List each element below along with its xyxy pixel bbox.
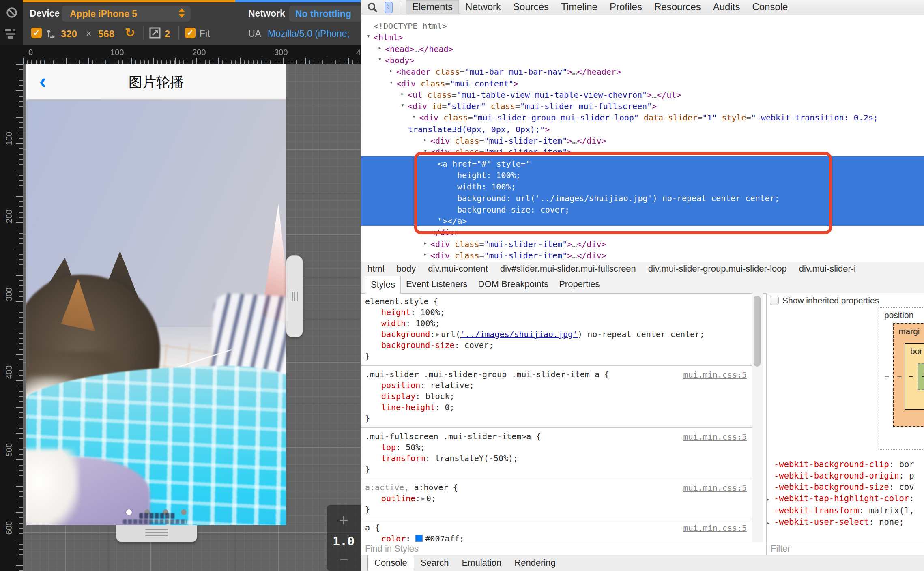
- device-select[interactable]: Apple iPhone 5: [62, 6, 191, 22]
- dom-tree-line[interactable]: ▾<div class="mui-slider-group mui-slider…: [361, 113, 924, 124]
- dimensions-checkbox[interactable]: ✓: [31, 28, 42, 38]
- css-property[interactable]: outline:▶0;: [365, 493, 752, 504]
- dom-tree-line[interactable]: ▾<div id="slider" class="mui-slider mui-…: [361, 101, 924, 113]
- css-property[interactable]: height: 100%;: [365, 307, 752, 318]
- expand-arrow-icon[interactable]: ▸: [423, 136, 427, 143]
- computed-property[interactable]: ▸-webkit-tap-highlight-color:: [767, 493, 924, 505]
- swap-dimensions-icon[interactable]: ↻: [125, 26, 135, 40]
- styles-tab-event-listeners[interactable]: Event Listeners: [401, 276, 473, 293]
- expand-arrow-icon[interactable]: ▸: [423, 239, 427, 247]
- fit-checkbox[interactable]: ✓: [185, 28, 196, 38]
- devtools-tab-network[interactable]: Network: [459, 0, 507, 14]
- collapse-arrow-icon[interactable]: ▾: [389, 79, 393, 86]
- dom-tree-line[interactable]: <!DOCTYPE html>: [361, 21, 924, 32]
- viewport-resize-handle-bottom[interactable]: [116, 525, 197, 542]
- box-model-padding[interactable]: p −: [918, 363, 924, 390]
- dom-tree-line[interactable]: ▾<body>: [361, 56, 924, 67]
- devtools-tab-audits[interactable]: Audits: [707, 0, 746, 14]
- carousel-image[interactable]: [26, 100, 286, 525]
- computed-property[interactable]: -webkit-background-origin: p: [767, 470, 924, 481]
- computed-property[interactable]: -webkit-transform: matrix(1,: [767, 505, 924, 516]
- devtools-tab-console[interactable]: Console: [746, 0, 794, 14]
- drawer-tab-console[interactable]: Console: [367, 555, 414, 571]
- dom-tree-line[interactable]: ▾<html>: [361, 32, 924, 44]
- breadcrumb-item[interactable]: div.mui-slider-group.mui-slider-loop: [648, 262, 787, 276]
- devtools-tab-sources[interactable]: Sources: [507, 0, 555, 14]
- dom-tree-line[interactable]: ▸<div class="mui-slider-item">…</div>: [361, 251, 924, 262]
- css-property[interactable]: line-height: 0;: [365, 402, 752, 413]
- expand-arrow-icon[interactable]: ▸: [767, 494, 774, 505]
- box-model-margin[interactable]: margi − bor − p −: [893, 323, 924, 427]
- scale-field[interactable]: 2: [165, 28, 170, 40]
- scrollbar-thumb[interactable]: [754, 296, 761, 367]
- padding-left-value[interactable]: −: [922, 371, 924, 381]
- breadcrumb-item[interactable]: div#slider.mui-slider.mui-fullscreen: [500, 262, 636, 276]
- orientation-icon[interactable]: [45, 27, 58, 40]
- stylesheet-source-link[interactable]: mui.min.css:5: [683, 483, 747, 493]
- collapse-arrow-icon[interactable]: ▾: [412, 113, 416, 120]
- dom-tree-line[interactable]: ▸<div class="mui-slider-item">…</div>: [361, 136, 924, 147]
- rule-selector[interactable]: element.style {: [365, 296, 752, 307]
- collapse-arrow-icon[interactable]: ▾: [367, 32, 370, 40]
- carousel-dot-active[interactable]: [126, 509, 132, 515]
- styles-tab-properties[interactable]: Properties: [554, 276, 605, 293]
- drawer-tab-emulation[interactable]: Emulation: [455, 555, 508, 571]
- css-property[interactable]: width: 100%;: [365, 318, 752, 329]
- drawer-tab-rendering[interactable]: Rendering: [508, 555, 562, 571]
- styles-scrollbar[interactable]: [752, 293, 763, 542]
- css-property[interactable]: background-size: cover;: [365, 340, 752, 351]
- computed-property[interactable]: ▸-webkit-user-select: none;: [767, 516, 924, 528]
- device-scale-icon[interactable]: [149, 27, 161, 39]
- computed-property[interactable]: -webkit-background-size: cov: [767, 481, 924, 493]
- drawer-tab-search[interactable]: Search: [414, 555, 456, 571]
- zoom-out-button[interactable]: −: [327, 552, 361, 568]
- zoom-in-button[interactable]: +: [327, 512, 361, 528]
- dom-tree-line[interactable]: ▸<head>…</head>: [361, 44, 924, 56]
- ua-value[interactable]: Mozilla/5.0 (iPhone;: [268, 28, 350, 39]
- border-left-value[interactable]: −: [908, 371, 913, 381]
- stylesheet-source-link[interactable]: mui.min.css:5: [683, 523, 747, 533]
- margin-left-value[interactable]: −: [897, 372, 902, 382]
- position-left-value[interactable]: −: [884, 372, 889, 382]
- height-field[interactable]: 568: [98, 28, 114, 40]
- devtools-tab-elements[interactable]: Elements: [406, 0, 459, 14]
- expand-arrow-icon[interactable]: ▸: [401, 90, 404, 97]
- css-property[interactable]: transform: translateY(-50%);: [365, 453, 752, 464]
- expand-arrow-icon[interactable]: ▸: [389, 67, 393, 74]
- dom-tree-line[interactable]: translate3d(0px, 0px, 0px);">: [361, 125, 924, 136]
- breadcrumb-item[interactable]: body: [397, 262, 416, 276]
- styles-tab-dom-breakpoints[interactable]: DOM Breakpoints: [473, 276, 554, 293]
- expand-arrow-icon[interactable]: ▸: [378, 44, 382, 52]
- css-property[interactable]: color: #007aff;: [365, 533, 752, 542]
- stylesheet-source-link[interactable]: mui.min.css:5: [683, 370, 747, 380]
- dom-tree-line[interactable]: ▸<header class="mui-bar mui-bar-nav">…</…: [361, 67, 924, 78]
- find-in-styles-input[interactable]: Find in Styles: [361, 542, 763, 555]
- width-field[interactable]: 320: [61, 28, 77, 40]
- expand-arrow-icon[interactable]: ▸: [423, 251, 427, 258]
- throttle-lines-icon[interactable]: [5, 28, 19, 39]
- css-property[interactable]: display: block;: [365, 391, 752, 402]
- css-property[interactable]: background:▶url('../images/shuijiao.jpg'…: [365, 329, 752, 340]
- viewport-resize-handle-right[interactable]: [286, 255, 303, 337]
- search-icon[interactable]: [367, 2, 378, 13]
- collapse-arrow-icon[interactable]: ▾: [401, 101, 404, 109]
- throttling-select[interactable]: No throttling: [289, 6, 361, 22]
- css-property[interactable]: top: 50%;: [365, 442, 752, 453]
- stylesheet-source-link[interactable]: mui.min.css:5: [683, 432, 747, 442]
- expand-arrow-icon[interactable]: ▸: [767, 517, 774, 528]
- device-emulation-icon[interactable]: [385, 2, 393, 13]
- devtools-tab-resources[interactable]: Resources: [648, 0, 707, 14]
- collapse-arrow-icon[interactable]: ▾: [378, 56, 382, 63]
- box-model-border[interactable]: bor − p −: [905, 343, 924, 410]
- breadcrumb-item[interactable]: div.mui-slider-i: [799, 262, 856, 276]
- computed-property[interactable]: -webkit-background-clip: bor: [767, 459, 924, 470]
- dom-tree-line[interactable]: ▾<div class="mui-content">: [361, 79, 924, 90]
- css-property[interactable]: position: relative;: [365, 380, 752, 391]
- styles-tab-styles[interactable]: Styles: [365, 276, 401, 294]
- breadcrumb-item[interactable]: html: [367, 262, 385, 276]
- computed-filter-input[interactable]: Filter: [766, 542, 924, 555]
- carousel-dot[interactable]: [181, 509, 187, 515]
- devtools-tab-timeline[interactable]: Timeline: [555, 0, 604, 14]
- devtools-tab-profiles[interactable]: Profiles: [604, 0, 648, 14]
- show-inherited-checkbox[interactable]: [770, 296, 779, 305]
